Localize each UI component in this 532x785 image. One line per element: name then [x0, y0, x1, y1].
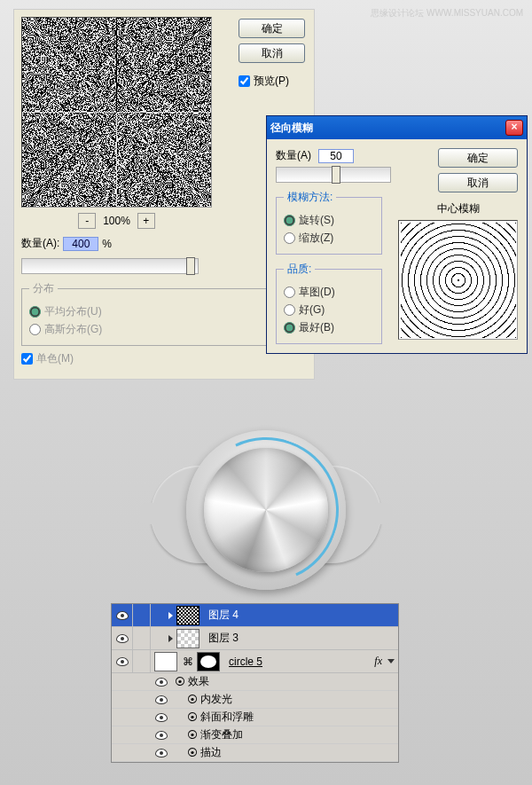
preview-checkbox[interactable] [239, 75, 250, 87]
layer-row-3[interactable]: 图层 3 [112, 627, 398, 650]
amount-input[interactable] [63, 237, 98, 251]
layer-name: circle 5 [229, 655, 262, 668]
layer-row-circle5[interactable]: ⌘ circle 5 fx [112, 650, 398, 673]
best-radio[interactable] [284, 322, 295, 334]
good-radio[interactable] [284, 304, 295, 316]
layer-name: 图层 3 [208, 631, 239, 646]
layer-name: 图层 4 [208, 608, 239, 623]
fx-badge[interactable]: fx [374, 655, 382, 668]
gradient-overlay-row[interactable]: ⦿渐变叠加 [112, 726, 398, 744]
zoom-percent: 100% [103, 215, 130, 227]
watermark-text: 思缘设计论坛 WWW.MISSYUAN.COM [371, 7, 523, 20]
layer-thumbnail [154, 652, 177, 671]
ok-button[interactable]: 确定 [239, 19, 305, 38]
eye-icon [155, 695, 168, 704]
effects-row[interactable]: ⦿效果 [112, 673, 398, 691]
radial-amount-slider[interactable] [276, 167, 391, 183]
eye-icon [155, 731, 168, 740]
eye-icon [116, 611, 129, 620]
amount-label: 数量(A): [21, 236, 59, 251]
stroke-row[interactable]: ⦿描边 [112, 744, 398, 762]
visibility-toggle[interactable] [151, 744, 172, 761]
spin-radio[interactable] [284, 215, 295, 226]
quality-fieldset: 品质: 草图(D) 好(G) 最好(B) [276, 262, 382, 344]
cancel-button[interactable]: 取消 [239, 43, 305, 63]
bevel-row[interactable]: ⦿斜面和浮雕 [112, 709, 398, 726]
monochrome-label: 单色(M) [36, 351, 74, 366]
eye-icon [155, 749, 168, 758]
visibility-toggle[interactable] [151, 709, 172, 726]
zoom-radio[interactable] [284, 232, 295, 244]
eye-icon [155, 678, 168, 687]
close-icon[interactable]: × [505, 120, 523, 136]
zoom-out-button[interactable]: - [78, 213, 96, 229]
radial-cancel-button[interactable]: 取消 [438, 173, 518, 192]
amount-slider[interactable] [21, 258, 199, 274]
layer-row-4[interactable]: 图层 4 [112, 604, 398, 627]
mask-thumbnail [197, 652, 220, 671]
chevron-right-icon [168, 635, 173, 642]
draft-radio[interactable] [284, 287, 295, 298]
eye-icon [155, 713, 168, 722]
radial-amount-label: 数量(A) [276, 148, 311, 163]
gaussian-radio[interactable] [29, 324, 41, 335]
radial-titlebar[interactable]: 径向模糊 × [267, 116, 527, 139]
metal-knob-preview [151, 421, 381, 616]
visibility-toggle[interactable] [112, 604, 133, 626]
layer-thumbnail [176, 606, 200, 625]
chevron-right-icon [168, 612, 173, 619]
visibility-toggle[interactable] [151, 691, 172, 708]
radial-blur-dialog: 径向模糊 × 确定 取消 数量(A) 模糊方法: 旋转(S) 缩放(Z) 品质:… [266, 115, 528, 354]
distribution-fieldset: 分布 平均分布(U) 高斯分布(G) [21, 281, 307, 346]
inner-glow-row[interactable]: ⦿内发光 [112, 691, 398, 709]
blur-method-fieldset: 模糊方法: 旋转(S) 缩放(Z) [276, 190, 382, 255]
blur-center-preview[interactable] [398, 220, 518, 340]
radial-ok-button[interactable]: 确定 [438, 148, 518, 168]
eye-icon [116, 657, 129, 666]
zoom-in-button[interactable]: + [137, 213, 155, 229]
chevron-down-icon[interactable] [387, 659, 395, 663]
link-icon: ⌘ [183, 655, 192, 668]
preview-label: 预览(P) [254, 74, 289, 89]
layer-thumbnail [176, 629, 200, 648]
visibility-toggle[interactable] [151, 673, 172, 690]
layers-panel: 图层 4 图层 3 ⌘ circle 5 fx ⦿效果 ⦿内发光 ⦿斜面和浮雕 … [111, 603, 399, 763]
percent-label: % [102, 238, 112, 250]
radial-amount-input[interactable] [318, 149, 354, 163]
center-blur-label: 中心模糊 [398, 201, 518, 216]
monochrome-checkbox[interactable] [21, 353, 33, 365]
noise-preview [21, 17, 212, 208]
eye-icon [116, 634, 129, 643]
visibility-toggle[interactable] [112, 650, 133, 672]
visibility-toggle[interactable] [112, 627, 133, 649]
visibility-toggle[interactable] [151, 726, 172, 743]
uniform-radio[interactable] [29, 306, 41, 318]
